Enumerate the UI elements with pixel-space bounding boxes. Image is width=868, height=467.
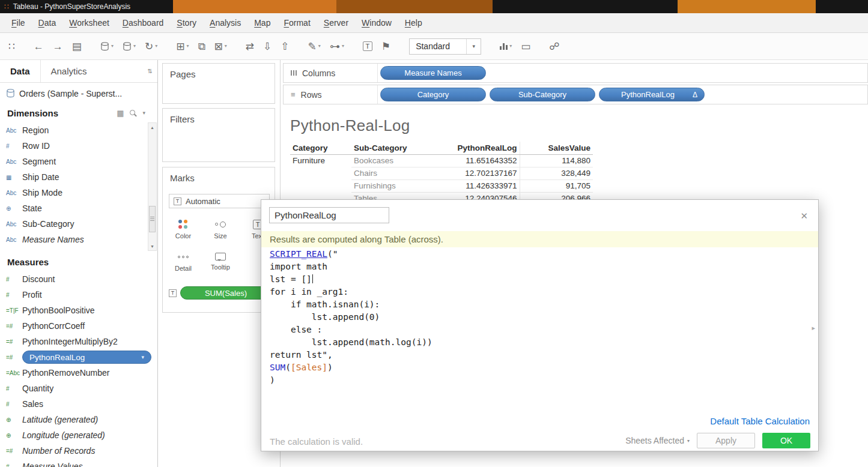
caret-down-icon[interactable]: ▾ (142, 110, 145, 116)
pause-auto-updates-icon[interactable]: ▾ (123, 42, 136, 51)
menu-analysis[interactable]: Analysis (203, 18, 247, 28)
field-pythonreallog[interactable]: =#PythonRealLog▾ (0, 349, 157, 365)
new-worksheet-icon[interactable]: ⊞▾ (176, 41, 189, 52)
pane-tabs: Data Analytics ⇅ (0, 60, 157, 83)
pill-label: SUM(Sales) (205, 289, 247, 298)
sort-descending-icon[interactable]: ⇧ (281, 41, 289, 52)
field-quantity[interactable]: #Quantity (0, 381, 157, 396)
pill-category[interactable]: Category (380, 88, 486, 101)
rows-shelf[interactable]: ≡ Rows CategorySub-CategoryPythonRealLog… (283, 85, 868, 104)
show-mark-labels-icon[interactable]: T (363, 41, 372, 51)
pages-card[interactable]: Pages (162, 63, 275, 104)
menu-worksheet[interactable]: Worksheet (62, 18, 116, 28)
undo-icon[interactable]: ← (34, 41, 44, 52)
menu-dashboard[interactable]: Dashboard (116, 18, 171, 28)
menu-help[interactable]: Help (398, 18, 429, 28)
field-ship-mode[interactable]: AbcShip Mode (0, 185, 147, 200)
clear-sheet-icon[interactable]: ⊠▾ (214, 41, 227, 52)
field-pythonboolpositive[interactable]: =T|FPythonBoolPositive (0, 303, 157, 318)
share-icon[interactable]: ☍ (549, 41, 559, 52)
menu-window[interactable]: Window (355, 18, 398, 28)
show-me-icon[interactable]: ▾ (500, 43, 512, 50)
menu-format[interactable]: Format (277, 18, 317, 28)
scroll-up-icon[interactable]: ▲ (150, 123, 154, 131)
tooltip-button[interactable]: Tooltip (206, 247, 235, 277)
view-data-grid-icon[interactable]: ▦ (117, 109, 124, 118)
caret-down-icon[interactable]: ▾ (141, 354, 144, 360)
calc-hash-icon: =# (6, 354, 22, 361)
caret-down-icon: ▾ (342, 44, 344, 49)
apply-button[interactable]: Apply (697, 433, 755, 448)
new-datasource-icon[interactable]: ▾ (100, 42, 114, 51)
ok-button[interactable]: OK (762, 433, 810, 448)
highlight-icon[interactable]: ✎▾ (308, 41, 321, 52)
attach-icon[interactable]: ⊶▾ (330, 41, 344, 52)
pill-sub-category[interactable]: Sub-Category (490, 88, 595, 101)
sort-ascending-icon[interactable]: ⇩ (263, 41, 272, 52)
default-table-calculation-link[interactable]: Default Table Calculation (710, 416, 810, 426)
run-auto-updates-icon[interactable]: ↻▾ (145, 41, 157, 52)
menu-story[interactable]: Story (170, 18, 203, 28)
scroll-down-icon[interactable]: ▼ (150, 242, 154, 250)
field-state[interactable]: ⊕State (0, 200, 147, 216)
field-discount[interactable]: #Discount (0, 271, 157, 287)
field-number-of-records[interactable]: =#Number of Records (0, 443, 157, 459)
swap-rows-columns-icon[interactable]: ⇄ (246, 41, 254, 52)
save-icon[interactable]: ▤ (72, 41, 82, 52)
mark-type-dropdown[interactable]: T Automatic ▾ (169, 194, 270, 208)
field-longitude-generated[interactable]: ⊕Longitude (generated) (0, 427, 157, 443)
hash-icon: # (6, 292, 22, 298)
field-latitude-generated[interactable]: ⊕Latitude (generated) (0, 412, 157, 427)
pane-sort-icon[interactable]: ⇅ (148, 68, 153, 74)
close-icon[interactable]: ✕ (800, 211, 808, 221)
datasource-item[interactable]: Orders (Sample - Superst... (0, 84, 157, 103)
field-sales[interactable]: #Sales (0, 396, 157, 412)
filters-card[interactable]: Filters (162, 108, 275, 162)
columns-shelf[interactable]: Columns Measure Names (283, 63, 868, 83)
size-button[interactable]: Size (206, 214, 235, 244)
field-measure-values[interactable]: #Measure Values (0, 459, 157, 467)
dimensions-scrollbar[interactable]: ▲ ▼ (148, 122, 157, 251)
pill-sum-sales[interactable]: SUM(Sales) (180, 286, 272, 300)
field-sub-category[interactable]: AbcSub-Category (0, 216, 147, 232)
presentation-mode-icon[interactable]: ▭ (521, 41, 530, 52)
tableau-logo-icon[interactable]: ∷ (8, 41, 15, 52)
columns-label: Columns (302, 68, 335, 78)
field-ship-date[interactable]: ▦Ship Date (0, 169, 147, 185)
field-region[interactable]: AbcRegion (0, 122, 147, 138)
tab-data[interactable]: Data (0, 60, 41, 82)
calc-bool-icon: =T|F (6, 307, 22, 314)
detail-button[interactable]: Detail (169, 247, 198, 277)
menu-data[interactable]: Data (32, 18, 63, 28)
field-row-id[interactable]: #Row ID (0, 138, 147, 154)
calculation-name-input[interactable] (269, 207, 389, 223)
field-pythonremovenumber[interactable]: =AbcPythonRemoveNumber (0, 365, 157, 381)
view-mode-select[interactable]: Standard▾ (409, 38, 481, 55)
pill-measure-names[interactable]: Measure Names (380, 66, 486, 80)
duplicate-sheet-icon[interactable]: ⧉ (198, 41, 205, 52)
field-measure-names[interactable]: AbcMeasure Names (0, 232, 147, 247)
redo-icon[interactable]: → (53, 41, 63, 52)
abc-icon: Abc (6, 190, 22, 196)
scrollbar-thumb[interactable] (149, 206, 156, 232)
calc-abc-icon: =Abc (6, 370, 22, 376)
tab-analytics[interactable]: Analytics (41, 60, 97, 82)
datasource-icon (6, 89, 15, 98)
field-pythonintegermultiplyby2[interactable]: =#PythonIntegerMultiplyBy2 (0, 334, 157, 349)
menu-file[interactable]: File (5, 18, 32, 28)
field-segment[interactable]: AbcSegment (0, 154, 147, 169)
menu-map[interactable]: Map (247, 18, 277, 28)
selected-field-pill[interactable]: PythonRealLog▾ (22, 351, 151, 364)
color-button[interactable]: Color (169, 214, 198, 244)
pill-pythonreallog[interactable]: PythonRealLogΔ (599, 88, 705, 101)
menu-server[interactable]: Server (317, 18, 355, 28)
search-icon[interactable] (129, 109, 137, 117)
fix-axes-icon[interactable]: ⚑ (381, 41, 390, 52)
expand-panel-icon[interactable]: ▸ (812, 324, 815, 332)
formula-editor[interactable]: SCRIPT_REAL("import mathlst = []for i in… (270, 248, 432, 387)
field-profit[interactable]: #Profit (0, 287, 157, 303)
sheets-affected-dropdown[interactable]: Sheets Affected ▾ (625, 436, 690, 445)
caret-down-icon: ▾ (111, 44, 114, 49)
background-window-artifact (173, 0, 336, 13)
field-pythoncorrcoeff[interactable]: =#PythonCorrCoeff (0, 318, 157, 334)
